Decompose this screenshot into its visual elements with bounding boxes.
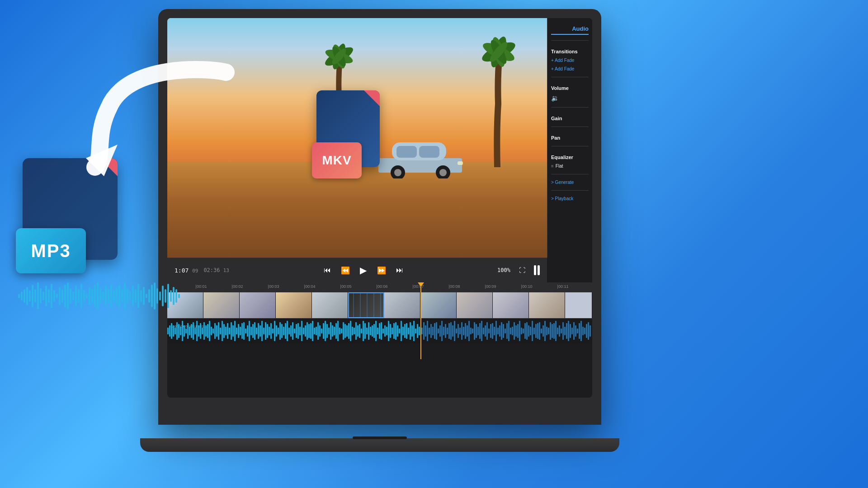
svg-rect-175 [325,321,326,341]
svg-rect-131 [245,328,246,333]
svg-rect-96 [182,321,183,341]
svg-rect-181 [335,323,337,339]
svg-rect-172 [319,325,321,337]
svg-rect-185 [343,322,344,340]
svg-rect-168 [312,321,313,341]
skip-back-button[interactable]: ⏮ [321,264,334,277]
svg-rect-296 [544,321,546,341]
svg-rect-133 [249,321,250,341]
timeline[interactable]: |00:01 |00:02 |00:03 |00:04 |00:05 |00:0… [167,282,592,359]
playhead-triangle [418,282,424,287]
svg-rect-155 [288,328,290,334]
svg-rect-212 [392,328,393,334]
svg-rect-170 [316,327,317,335]
svg-rect-159 [296,324,297,338]
svg-rect-183 [339,328,340,334]
svg-rect-161 [299,327,301,335]
svg-rect-55 [167,284,169,308]
rewind-button[interactable]: ⏪ [339,264,352,277]
fullscreen-button[interactable]: ⛶ [516,264,528,277]
svg-rect-38 [121,289,123,303]
play-button[interactable]: ▶ [357,264,370,277]
svg-rect-184 [341,328,342,333]
svg-rect-278 [512,327,513,335]
svg-rect-276 [508,321,509,341]
svg-rect-316 [580,321,582,341]
svg-rect-264 [486,322,488,340]
svg-rect-127 [238,324,239,338]
svg-rect-229 [423,322,425,340]
svg-rect-220 [406,323,407,339]
svg-rect-92 [175,328,176,334]
svg-rect-57 [173,287,175,305]
svg-rect-293 [539,322,540,340]
svg-rect-277 [510,328,511,334]
add-fade-in-button[interactable]: + Add Fade [551,58,589,63]
generate-button[interactable]: > Generate [551,180,589,185]
svg-rect-201 [372,325,373,337]
svg-rect-218 [402,327,404,335]
svg-rect-309 [568,321,569,341]
svg-rect-262 [483,328,484,334]
svg-rect-213 [393,323,395,339]
divider-3 [551,107,589,108]
svg-rect-209 [386,327,387,335]
svg-rect-11 [48,289,50,303]
svg-rect-208 [384,325,386,337]
audio-tab[interactable]: Audio [551,23,589,35]
svg-rect-204 [377,328,378,334]
thumb-4 [276,292,312,318]
svg-rect-292 [537,323,538,339]
svg-rect-99 [187,323,189,339]
svg-rect-320 [588,322,589,340]
svg-rect-225 [415,328,416,333]
svg-rect-148 [276,325,277,337]
ruler-tick-8: |00:08 [449,284,460,289]
svg-rect-177 [328,328,330,334]
playback-button[interactable]: > Playback [551,196,589,201]
svg-rect-270 [497,328,499,334]
svg-rect-169 [314,328,315,334]
svg-rect-32 [105,286,107,306]
svg-rect-291 [535,324,537,338]
ruler-tick-2: |00:02 [232,284,243,289]
svg-rect-5 [32,285,33,307]
thumb-6-selected [348,292,384,318]
add-fade-out-button[interactable]: + Add Fade [551,66,589,71]
svg-rect-311 [571,328,573,334]
svg-rect-128 [240,327,241,335]
audio-track[interactable]: ...e video resumes... [167,319,592,343]
svg-rect-246 [454,321,455,341]
svg-rect-164 [305,325,306,337]
svg-rect-81 [458,161,463,165]
svg-rect-234 [432,327,434,335]
svg-rect-116 [218,322,219,340]
svg-rect-40 [127,288,128,304]
ruler-tick-10: |00:10 [521,284,533,289]
svg-rect-162 [301,321,302,341]
svg-rect-24 [83,290,85,302]
pause-bar-left [534,265,536,275]
svg-rect-288 [530,327,531,335]
playhead[interactable] [420,282,421,359]
svg-rect-22 [78,289,80,303]
svg-rect-105 [198,325,199,337]
svg-rect-89 [169,325,170,337]
svg-rect-260 [479,323,481,339]
svg-rect-194 [359,324,360,338]
svg-rect-149 [278,328,279,334]
waveform-decoration [18,280,181,312]
svg-rect-251 [463,327,464,335]
svg-rect-304 [559,325,560,337]
svg-rect-252 [465,323,466,339]
svg-rect-321 [590,325,591,337]
video-track[interactable] [167,292,592,319]
skip-forward-button[interactable]: ⏭ [393,264,406,277]
svg-rect-108 [203,322,205,340]
svg-rect-216 [399,328,400,333]
svg-rect-7 [37,282,39,310]
svg-rect-302 [555,321,557,341]
fast-forward-button[interactable]: ⏩ [375,264,388,277]
svg-rect-95 [180,327,181,335]
svg-rect-206 [381,322,382,340]
